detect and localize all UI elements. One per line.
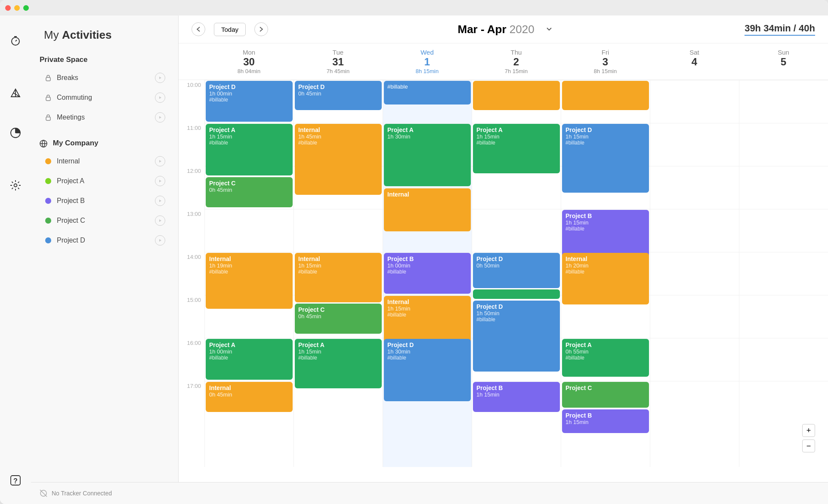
day-col-thu: Project A 1h 15min #billable Project D 0…: [472, 80, 561, 467]
event-mon-project-d-1[interactable]: Project D 1h 00min #billable: [206, 81, 293, 122]
project-c-label: Project C: [57, 217, 155, 224]
event-wed-internal-1[interactable]: Internal: [384, 188, 471, 231]
sidebar-content: ? My Activities Private Space: [0, 24, 178, 495]
calendar-dropdown-button[interactable]: [543, 23, 555, 35]
day-header-mon: Mon 30 8h 04min: [204, 43, 294, 80]
main-calendar: Today Mar - Apr 2020 39h 34min / 40h: [179, 15, 828, 504]
event-mon-project-a[interactable]: Project A 1h 15min #billable: [206, 124, 293, 175]
next-nav-button[interactable]: [254, 22, 268, 36]
svg-text:?: ?: [13, 477, 18, 485]
commuting-play-button[interactable]: [155, 92, 165, 103]
event-thu-project-b[interactable]: Project B 1h 15min: [473, 382, 560, 412]
close-button[interactable]: [5, 5, 11, 11]
sidebar-item-meetings[interactable]: Meetings: [35, 108, 174, 127]
project-b-label: Project B: [57, 197, 155, 205]
event-thu-project-d[interactable]: Project D 0h 50min: [473, 253, 560, 288]
event-wed-internal-2[interactable]: Internal 1h 15min #billable: [384, 296, 471, 345]
event-wed-project-b[interactable]: Project B 1h 00min #billable: [384, 253, 471, 294]
event-mon-internal-1[interactable]: Internal 1h 19min #billable: [206, 253, 293, 309]
project-d-label: Project D: [57, 237, 155, 244]
event-fri-project-d[interactable]: Project D 1h 15min #billable: [562, 124, 649, 193]
day-header-fri: Fri 3 8h 15min: [561, 43, 650, 80]
event-mon-internal-2[interactable]: Internal 0h 45min: [206, 382, 293, 412]
day-col-tue: Project D 0h 45min Internal 1h 45min #bi…: [294, 80, 383, 467]
tracker-status: No Tracker Connected: [52, 490, 112, 497]
meetings-play-button[interactable]: [155, 112, 165, 123]
event-thu-orange-top[interactable]: [473, 81, 560, 110]
event-wed-project-a[interactable]: Project A 1h 30min: [384, 124, 471, 186]
svg-marker-21: [159, 160, 161, 163]
time-gutter-header: [179, 43, 204, 80]
sidebar-item-project-c[interactable]: Project C: [35, 211, 174, 230]
event-thu-project-a[interactable]: Project A 1h 15min #billable: [473, 124, 560, 173]
help-icon[interactable]: ?: [5, 470, 26, 491]
sidebar-main: My Activities Private Space Breaks: [31, 24, 178, 495]
svg-marker-22: [159, 180, 161, 182]
project-a-label: Project A: [57, 177, 155, 185]
event-fri-project-c[interactable]: Project C: [562, 382, 649, 408]
day-col-sun: [739, 80, 828, 467]
event-wed-billable-top[interactable]: #billable: [384, 81, 471, 104]
event-tue-project-d[interactable]: Project D 0h 45min: [295, 81, 382, 110]
today-button[interactable]: Today: [214, 23, 246, 36]
event-thu-project-d-2[interactable]: Project D 1h 50min #billable: [473, 301, 560, 372]
event-tue-internal-1[interactable]: Internal 1h 45min #billable: [295, 124, 382, 195]
internal-label: Internal: [57, 157, 155, 165]
sidebar-icon-nav: ?: [0, 24, 31, 495]
calendar-grid-container[interactable]: Mon 30 8h 04min Tue 31 7h 45min Wed 1 8h…: [179, 43, 828, 504]
piechart-icon[interactable]: [5, 122, 26, 144]
svg-rect-13: [46, 77, 50, 81]
svg-line-3: [15, 40, 17, 41]
calendar-header: Today Mar - Apr 2020 39h 34min / 40h: [179, 15, 828, 43]
sidebar-item-breaks[interactable]: Breaks: [35, 68, 174, 87]
event-thu-green-bar[interactable]: [473, 289, 560, 299]
day-header-tue: Tue 31 7h 45min: [294, 43, 383, 80]
event-fri-project-b[interactable]: Project B 1h 15min #billable: [562, 210, 649, 259]
event-mon-project-a-2[interactable]: Project A 1h 00min #billable: [206, 339, 293, 380]
zoom-in-button[interactable]: +: [802, 424, 815, 437]
project-a-play-button[interactable]: [155, 176, 165, 186]
day-col-fri: Project D 1h 15min #billable Project B 1…: [561, 80, 650, 467]
zoom-controls: + −: [802, 424, 815, 452]
settings-icon[interactable]: [5, 175, 26, 196]
company-section-label: My Company: [31, 134, 178, 151]
event-tue-project-c[interactable]: Project C 0h 45min: [295, 304, 382, 334]
event-fri-project-a[interactable]: Project A 0h 55min #billable: [562, 339, 649, 377]
sidebar-item-project-d[interactable]: Project D: [35, 231, 174, 250]
timer-icon[interactable]: [5, 30, 26, 52]
project-b-color-dot: [44, 197, 53, 205]
sidebar-item-project-a[interactable]: Project A: [35, 172, 174, 191]
event-tue-project-a[interactable]: Project A 1h 15min #billable: [295, 339, 382, 388]
breaks-play-button[interactable]: [155, 73, 165, 83]
event-fri-orange-top[interactable]: [562, 81, 649, 110]
prev-nav-button[interactable]: [192, 22, 205, 36]
svg-marker-23: [159, 200, 161, 202]
app-window: ? My Activities Private Space: [0, 0, 828, 504]
sidebar-item-project-b[interactable]: Project B: [35, 191, 174, 210]
prism-icon[interactable]: [5, 83, 26, 104]
project-d-play-button[interactable]: [155, 235, 165, 246]
event-wed-project-d[interactable]: Project D 1h 30min #billable: [384, 339, 471, 401]
project-a-color-dot: [44, 177, 53, 185]
event-fri-project-b-2[interactable]: Project B 1h 15min: [562, 409, 649, 433]
sidebar-item-internal[interactable]: Internal: [35, 152, 174, 171]
minimize-button[interactable]: [14, 5, 20, 11]
calendar-days-header: Mon 30 8h 04min Tue 31 7h 45min Wed 1 8h…: [179, 43, 828, 80]
lock-icon-meetings: [44, 113, 53, 122]
svg-marker-25: [159, 239, 161, 242]
project-c-play-button[interactable]: [155, 215, 165, 226]
event-tue-internal-2[interactable]: Internal 1h 15min #billable: [295, 253, 382, 302]
day-col-mon: Project D 1h 00min #billable Project A 1…: [204, 80, 294, 467]
day-header-thu: Thu 2 7h 15min: [472, 43, 561, 80]
svg-rect-17: [46, 117, 50, 120]
maximize-button[interactable]: [23, 5, 29, 11]
breaks-label: Breaks: [57, 74, 155, 82]
zoom-out-button[interactable]: −: [802, 439, 815, 452]
event-mon-project-c[interactable]: Project C 0h 45min: [206, 177, 293, 207]
project-b-play-button[interactable]: [155, 196, 165, 206]
sidebar-item-commuting[interactable]: Commuting: [35, 88, 174, 107]
event-fri-internal[interactable]: Internal 1h 20min #billable: [562, 253, 649, 304]
internal-play-button[interactable]: [155, 156, 165, 166]
sidebar-title: My Activities: [44, 28, 165, 42]
svg-marker-18: [159, 116, 161, 119]
